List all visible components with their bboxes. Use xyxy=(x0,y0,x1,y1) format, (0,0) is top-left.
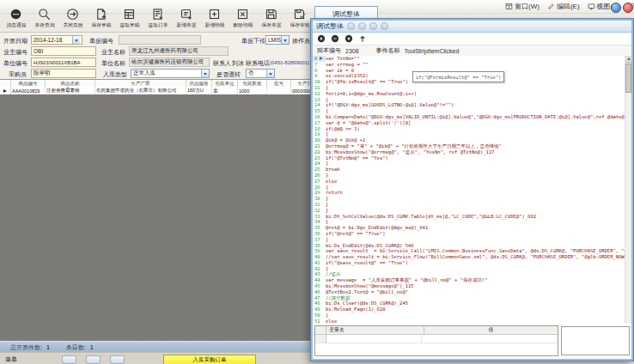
code-line-text: bi:CompareDate("@DGV:dgv_ms[VALID_UNTIL:… xyxy=(326,114,625,120)
draft-load-icon xyxy=(123,8,136,21)
code-line-text: bi:Ds_EndEdit(@ds:DS_CGRK@)_548 xyxy=(326,243,414,249)
code-line: 7 var errmsg = "" xyxy=(313,62,625,68)
code-line-number: 7 xyxy=(313,62,326,68)
toolbar-button-label: 库存查询 xyxy=(34,21,54,29)
code-line: 15 { xyxy=(313,108,625,114)
code-line: 12 for(i=0;i<@dgv_ms.RowCount@;i++) xyxy=(313,91,625,97)
chevron-down-icon[interactable] xyxy=(281,36,289,44)
variable-value-header[interactable]: 值 xyxy=(424,326,558,334)
doc-no-field[interactable] xyxy=(119,35,201,45)
table-cell[interactable]: 1000 xyxy=(238,87,267,94)
code-line: 21 @errmsg@ = "第" + "@ik@" + "行有效期至大于生产日… xyxy=(313,143,625,149)
code-line-number: 37 xyxy=(313,237,326,243)
toolbar-button[interactable]: 新增单据 xyxy=(172,8,200,29)
toolbar-button[interactable]: 新增明细 xyxy=(200,8,229,29)
scrollbar-thumb[interactable] xyxy=(625,64,631,93)
view-icon xyxy=(588,3,595,10)
step-icon[interactable] xyxy=(344,34,353,43)
toolbar-button[interactable]: 保存单据 xyxy=(257,8,285,29)
page-tab-purchase-inbound[interactable]: 入库采购订单 xyxy=(163,355,256,364)
table-cell[interactable]: 160万U xyxy=(186,87,212,94)
phone-value: (0451-82899001) xyxy=(270,60,309,65)
editor-scrollbar[interactable] xyxy=(625,56,631,323)
code-line-text: if(@d@ >= 3) xyxy=(326,126,360,132)
code-line-text: } xyxy=(326,202,328,208)
menu-item[interactable]: 编辑(E) xyxy=(547,2,580,11)
order-load-icon xyxy=(151,8,164,21)
skin-button[interactable] xyxy=(611,3,621,13)
toolbar-button-label: 删除明细 xyxy=(233,21,253,29)
code-line-text: for(i=0;i<@dgv_ms.RowCount@;i++) xyxy=(326,91,417,97)
code-line-text: } xyxy=(326,173,328,179)
code-line: 14 if("@DGV:dgv_ms[GOODS_LOTNO:@i@].Valu… xyxy=(313,102,625,108)
titlebar-dot-icon xyxy=(369,22,377,30)
run-icon[interactable] xyxy=(317,34,326,43)
toolbar-button-label: 保存单据 xyxy=(261,21,281,29)
total-count-label: 总开票件数: xyxy=(10,343,42,352)
toolbar-button[interactable]: 提取草稿 xyxy=(115,8,143,29)
chevron-down-icon[interactable] xyxy=(201,70,209,77)
stop-icon[interactable] xyxy=(331,34,339,43)
unit-name-field[interactable]: 哈尔滨健康医药连锁有限公司 xyxy=(129,58,210,67)
invoice-date-field[interactable]: 2014-12-18 xyxy=(31,35,82,45)
taskbar-button[interactable] xyxy=(86,355,101,364)
debug-title-bar[interactable]: 调试整体 xyxy=(313,21,631,33)
code-line-number: 28 xyxy=(313,185,326,191)
toolbar-button[interactable]: 关闭页面 xyxy=(58,8,87,29)
download-value: LMIS xyxy=(268,37,281,43)
table-cell[interactable]: AAA0010829 xyxy=(11,87,46,94)
toolbar-button[interactable]: 提取订单 xyxy=(143,8,172,29)
taskbar-button[interactable] xyxy=(62,355,76,364)
return-label: 是否退转 xyxy=(216,70,241,79)
code-line: 18 if(@d@ >= 3) xyxy=(313,126,625,132)
code-line-number: 11 xyxy=(313,85,326,91)
code-line-number: 6 xyxy=(313,56,326,62)
code-line: 35 @ret@ = bi:Dgv_EndEdit(@dgv_ms@)_841 xyxy=(313,225,625,231)
app-close-button[interactable] xyxy=(623,3,633,13)
code-line-number: 16 xyxy=(313,114,326,120)
toolbar-button[interactable]: 消息通知 xyxy=(2,8,30,29)
toolbar-button[interactable]: 库存查询 xyxy=(30,8,58,29)
variable-name-header[interactable]: 变量名 xyxy=(326,326,424,334)
download-select[interactable]: LMIS xyxy=(265,35,290,45)
toolbar-button[interactable]: 删除明细 xyxy=(229,8,257,29)
code-line-text: //var save_result = bi:Service_Flow("Bil… xyxy=(326,254,625,260)
code-line-number: 17 xyxy=(313,120,326,126)
toolbar-button[interactable]: 保存草稿 xyxy=(87,8,115,29)
menu-item[interactable]: 窗口(W) xyxy=(505,2,540,11)
variables-empty-row[interactable] xyxy=(315,335,558,343)
owner-name-field[interactable]: 黑龙江九州通医药有限公司 xyxy=(129,46,229,56)
toolbar-button[interactable]: 保存审核 xyxy=(285,8,314,29)
code-line: 31 } xyxy=(313,202,625,208)
menu-button[interactable]: 菜单 xyxy=(5,355,17,364)
table-cell[interactable]: 注射用青霉素钠 xyxy=(46,87,95,94)
in-type-select[interactable]: 正常入库 xyxy=(131,69,210,78)
owner-no-field[interactable]: OBI xyxy=(31,46,96,56)
code-line-text: } xyxy=(326,219,328,225)
event-name-label: 事件名称 xyxy=(376,46,400,55)
code-line-text: { xyxy=(326,131,328,137)
scroll-up-icon[interactable] xyxy=(625,56,631,63)
code-line: 42 { xyxy=(313,266,625,272)
return-select[interactable]: 否 xyxy=(246,69,275,78)
code-line: 50 } xyxy=(313,312,625,318)
code-line-text: ei:execid(2352) xyxy=(326,73,369,79)
buyer-field[interactable]: 陈学明 xyxy=(31,69,96,78)
unit-no-label: 单位编号 xyxy=(3,59,27,68)
toolbar-button-label: 关闭页面 xyxy=(63,21,82,29)
chevron-down-icon[interactable] xyxy=(266,70,274,77)
toolbar-button-label: 消息通知 xyxy=(6,21,26,29)
code-line: 23 if("@TxtNo@" == "Yes") xyxy=(313,155,625,161)
upload-icon[interactable] xyxy=(358,34,367,43)
code-line-text: if("@fm:isResult@" == "True") xyxy=(326,79,408,85)
taskbar-button[interactable] xyxy=(110,355,125,364)
script-editor[interactable]: 6 var TxtNo="" 7 var errmsg = "" 8 var i… xyxy=(313,56,625,323)
table-cell[interactable]: 盒 xyxy=(212,87,238,94)
table-cell[interactable] xyxy=(267,87,291,94)
code-line-text: break xyxy=(326,167,340,173)
code-line-text: else xyxy=(326,179,337,185)
table-cell[interactable]: 石药集团中诺药业（石家庄）有限公司 xyxy=(95,87,186,94)
chevron-down-icon[interactable] xyxy=(72,36,80,44)
unit-no-field[interactable]: HJS01N0011XB1BA xyxy=(31,58,96,67)
code-line: 32 } xyxy=(313,208,625,214)
